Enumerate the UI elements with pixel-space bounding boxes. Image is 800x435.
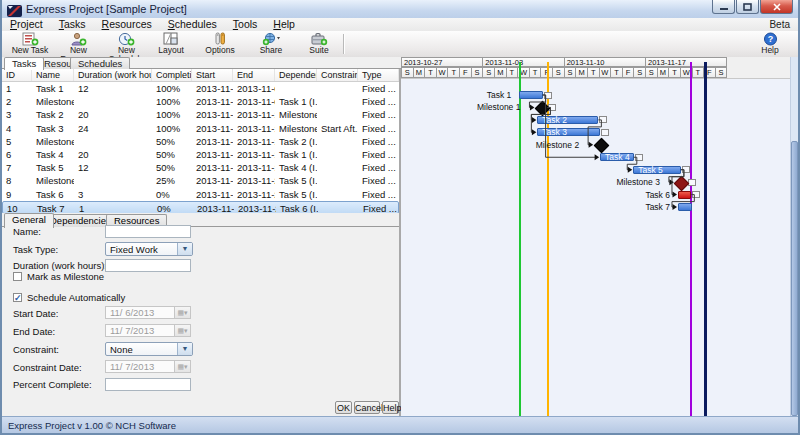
cell: Milestone... bbox=[275, 108, 317, 121]
menu-project[interactable]: Project bbox=[2, 18, 51, 31]
cell: 2013-11-13 bbox=[192, 148, 233, 161]
end-date-label: End Date: bbox=[13, 325, 55, 338]
week-header-cell: 2013-11-17 bbox=[645, 57, 727, 67]
column-header-constraint[interactable]: Constraint bbox=[317, 69, 358, 81]
cell: 12 bbox=[74, 82, 152, 95]
maximize-button[interactable] bbox=[736, 0, 759, 14]
new-resource-button[interactable]: New Resource bbox=[54, 32, 103, 56]
cell: 100% bbox=[152, 95, 192, 108]
gantt-bar-label: Task 4 bbox=[605, 153, 630, 161]
column-header-completion[interactable]: Completion bbox=[152, 69, 192, 81]
constraint-date-label: Constraint Date: bbox=[13, 361, 82, 374]
cell bbox=[317, 108, 358, 121]
menu-schedules[interactable]: Schedules bbox=[160, 18, 225, 31]
close-button[interactable] bbox=[760, 0, 793, 14]
gantt-chart: 2013-10-27SMTWTFS2013-11-03SMTWTFS2013-1… bbox=[401, 57, 798, 416]
cell: Task 5 (I... bbox=[275, 174, 317, 187]
new-schedule-button[interactable]: New Schedule bbox=[103, 32, 150, 56]
task-type-value: Fixed Work bbox=[110, 243, 158, 256]
table-row[interactable]: 9Task 630%2013-11-202013-11-20Task 5 (I.… bbox=[2, 188, 399, 201]
cell: Task 5 (I... bbox=[275, 188, 317, 201]
gantt-bar-task-3[interactable]: Task 3 bbox=[537, 128, 600, 136]
tab-schedules[interactable]: Schedules bbox=[70, 57, 130, 69]
tab-tasks[interactable]: Tasks bbox=[4, 57, 44, 70]
table-row[interactable]: 3Task 220100%2013-11-082013-11-12Milesto… bbox=[2, 108, 399, 121]
column-header-duration-work-hours-[interactable]: Duration (work hours) bbox=[74, 69, 152, 81]
gantt-bar-task-7[interactable] bbox=[678, 203, 692, 211]
schedule-checkbox[interactable]: ✓ bbox=[13, 293, 22, 302]
cell: Task 2 (I... bbox=[275, 135, 317, 148]
table-row[interactable]: 7Task 51250%2013-11-162013-11-19Task 4 (… bbox=[2, 161, 399, 174]
column-header-type[interactable]: Type bbox=[358, 69, 399, 81]
suite-button[interactable]: Suite bbox=[300, 32, 338, 56]
table-row[interactable]: 1Task 112100%2013-11-062013-11-07Fixed .… bbox=[2, 82, 399, 95]
menu-help[interactable]: Help bbox=[265, 18, 303, 31]
cell: 25% bbox=[152, 174, 192, 187]
name-field[interactable] bbox=[105, 225, 191, 238]
week-header-cell: 2013-11-03 bbox=[482, 57, 564, 67]
duration-field[interactable] bbox=[105, 259, 191, 272]
cell bbox=[275, 82, 317, 95]
column-header-id[interactable]: ID bbox=[2, 69, 32, 81]
suite-button-label: Suite bbox=[300, 46, 338, 55]
gantt-scrollbar-thumb[interactable] bbox=[791, 141, 798, 416]
cell: Task 5 bbox=[32, 161, 74, 174]
milestone-checkbox[interactable] bbox=[13, 272, 22, 281]
start-date-field[interactable]: 11/ 6/2013 bbox=[105, 306, 175, 319]
options-button[interactable]: Options bbox=[198, 32, 242, 56]
table-row[interactable]: 2Milestone 1100%2013-11-082013-11-08Task… bbox=[2, 95, 399, 108]
new-task-button[interactable]: New Task bbox=[6, 32, 54, 56]
table-row[interactable]: 8Milestone 325%2013-11-202013-11-20Task … bbox=[2, 174, 399, 187]
help-button[interactable]: Help bbox=[382, 401, 399, 414]
share-button[interactable]: Share bbox=[246, 32, 296, 56]
cell: 2013-11-06 bbox=[192, 82, 233, 95]
cell bbox=[317, 95, 358, 108]
minimize-button[interactable] bbox=[712, 0, 735, 14]
table-row[interactable]: 5Milestone 250%2013-11-132013-11-13Task … bbox=[2, 135, 399, 148]
cell: Task 2 bbox=[32, 108, 74, 121]
column-header-start[interactable]: Start bbox=[192, 69, 233, 81]
start-date-picker-icon[interactable]: ▦▾ bbox=[174, 306, 191, 319]
constraint-select[interactable]: None ▼ bbox=[105, 342, 193, 356]
gantt-bar-task-4[interactable]: Task 4 bbox=[600, 153, 634, 161]
cell: 2013-11-20 bbox=[233, 188, 275, 201]
cell: 0% bbox=[152, 188, 192, 201]
project-start-line bbox=[519, 62, 521, 416]
cell: 6 bbox=[2, 148, 32, 161]
column-header-name[interactable]: Name bbox=[32, 69, 74, 81]
gantt-bar-task-6[interactable] bbox=[678, 191, 691, 199]
toolbar-separator bbox=[343, 34, 345, 54]
task-type-select[interactable]: Fixed Work ▼ bbox=[105, 242, 193, 256]
gantt-milestone-milestone-2[interactable] bbox=[593, 138, 609, 154]
cell: 20 bbox=[74, 108, 152, 121]
column-header-end[interactable]: End bbox=[233, 69, 275, 81]
ok-button[interactable]: OK bbox=[335, 401, 352, 414]
table-row[interactable]: 6Task 42050%2013-11-132013-11-15Task 1 (… bbox=[2, 148, 399, 161]
gantt-bar-task-1[interactable] bbox=[519, 91, 542, 99]
gantt-bar-task-5[interactable]: Task 5 bbox=[633, 166, 681, 174]
menu-tools[interactable]: Tools bbox=[225, 18, 266, 31]
status-text: Express Project v 1.00 © NCH Software bbox=[8, 420, 176, 431]
table-row[interactable]: 10Task 710%2013-11-202013-11-20Task 6 (I… bbox=[2, 201, 399, 214]
task-detail-panel: GeneralDependenciesResources Name: Task … bbox=[2, 213, 401, 416]
cancel-button[interactable]: Cancel bbox=[354, 401, 380, 414]
cell: 2013-11-13 bbox=[233, 135, 275, 148]
column-header-dependency[interactable]: Dependency bbox=[275, 69, 317, 81]
constraint-date-field[interactable]: 11/ 7/2013 bbox=[105, 360, 175, 373]
percent-complete-label: Percent Complete: bbox=[13, 378, 92, 391]
layout-button[interactable]: Layout bbox=[151, 32, 191, 56]
gantt-milestone-label: Milestone 3 bbox=[580, 178, 660, 187]
detail-tab-general[interactable]: General bbox=[4, 213, 54, 228]
gantt-bar-task-2[interactable]: Task 2 bbox=[537, 116, 598, 124]
end-date-field[interactable]: 11/ 7/2013 bbox=[105, 324, 175, 337]
end-date-picker-icon[interactable]: ▦▾ bbox=[174, 324, 191, 337]
menu-resources[interactable]: Resources bbox=[94, 18, 160, 31]
percent-complete-field[interactable] bbox=[105, 378, 191, 391]
constraint-date-picker-icon[interactable]: ▦▾ bbox=[174, 360, 191, 373]
cell: 2013-11-08 bbox=[192, 122, 233, 135]
menu-tasks[interactable]: Tasks bbox=[51, 18, 94, 31]
beta-label: Beta bbox=[769, 19, 790, 30]
cell: 2013-11-16 bbox=[192, 161, 233, 174]
help-toolbar-button[interactable]: ?Help bbox=[750, 32, 790, 56]
table-row[interactable]: 4Task 324100%2013-11-082013-11-13Milesto… bbox=[2, 122, 399, 135]
